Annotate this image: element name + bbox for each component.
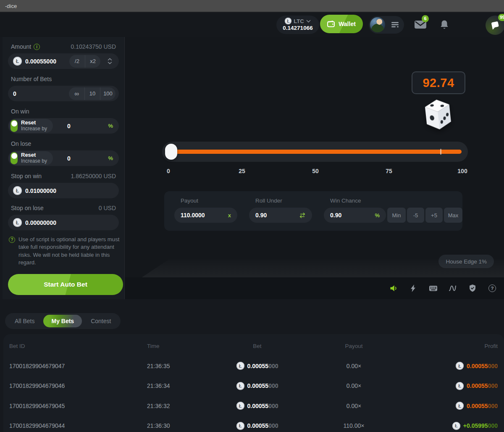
payout-label: Payout — [181, 198, 237, 204]
on-win-mode-toggle[interactable]: Reset Increase by — [9, 119, 53, 133]
bet-id: 17001829904679047 — [9, 363, 147, 369]
preset-100-button[interactable]: 100 — [100, 87, 116, 100]
tab-contest[interactable]: Contest — [83, 315, 119, 327]
notifications-button[interactable] — [440, 20, 449, 31]
bet-payout-multiplier: 0.00× — [346, 403, 361, 409]
question-icon: ? — [9, 237, 15, 243]
roll-result: 92.74 — [423, 76, 454, 90]
stop-on-lose-label: Stop on lose — [11, 205, 44, 211]
wallet-icon — [327, 21, 335, 27]
mail-button[interactable]: 6 — [414, 19, 427, 30]
ltc-coin-icon: Ł — [13, 218, 22, 227]
info-icon[interactable]: i — [34, 44, 40, 50]
bet-payout-multiplier: 0.00× — [346, 363, 361, 369]
on-lose-mode-toggle[interactable]: Reset Increase by — [9, 151, 53, 165]
win-chance-group: Win Chance 0.90 % Min -5 +5 Max — [324, 198, 462, 231]
on-lose-value[interactable]: 0 — [53, 155, 108, 162]
on-win-value[interactable]: 0 — [53, 123, 108, 129]
stop-on-win-input[interactable]: Ł 0.01000000 — [8, 183, 119, 198]
win-chance-value[interactable]: 0.90 — [330, 212, 341, 219]
bet-parameters-panel: Payout 110.0000 x Roll Under 0.90 Win Ch… — [164, 191, 462, 231]
bet-time: 21:36:30 — [147, 422, 212, 429]
floor-shading — [125, 260, 504, 277]
stop-on-win-label: Stop on win — [11, 173, 42, 179]
wallet-button[interactable]: Wallet — [320, 15, 363, 33]
chat-button[interactable]: 99 — [486, 16, 504, 35]
half-bet-button[interactable]: /2 — [69, 55, 85, 68]
ltc-coin-icon: Ł — [456, 382, 464, 390]
table-row[interactable]: 17001829904679044 21:36:30 Ł 0.00055000 … — [9, 416, 498, 432]
ltc-coin-icon: Ł — [285, 18, 291, 24]
win-chance-input[interactable]: 0.90 % — [324, 208, 386, 223]
amount-stepper[interactable] — [102, 55, 117, 68]
stop-on-lose-value[interactable]: 0.00000000 — [25, 219, 117, 226]
profile-menu[interactable] — [369, 16, 404, 34]
max-button[interactable]: Max — [444, 208, 462, 223]
roll-under-value[interactable]: 0.90 — [255, 212, 267, 219]
table-row[interactable]: 17001829904679046 21:36:34 Ł 0.00055000 … — [9, 376, 498, 396]
fairness-icon[interactable] — [468, 284, 477, 292]
mail-badge: 6 — [422, 15, 429, 22]
table-row[interactable]: 17001829904679045 21:36:32 Ł 0.00055000 … — [9, 396, 498, 416]
number-of-bets-value[interactable]: 0 — [13, 90, 69, 97]
wallet-label: Wallet — [339, 21, 356, 27]
toggle-switch[interactable] — [10, 152, 18, 164]
hotkeys-icon[interactable] — [429, 284, 437, 292]
on-lose-label: On lose — [11, 140, 31, 147]
chat-icon — [491, 21, 500, 29]
bet-id: 17001829904679044 — [9, 422, 147, 429]
bets-table: Bet ID Time Bet Payout Profit 1700182990… — [3, 334, 504, 432]
sound-on-icon[interactable] — [389, 284, 398, 292]
slider-scale: 0 25 50 75 100 — [168, 168, 462, 174]
ltc-coin-icon: Ł — [236, 402, 244, 410]
window-titlebar: -dice — [0, 0, 504, 13]
bet-payout-multiplier: 110.00× — [344, 422, 365, 429]
double-bet-button[interactable]: x2 — [85, 55, 100, 68]
bet-profit: Ł +0.05995000 — [452, 422, 498, 430]
avatar[interactable] — [370, 17, 385, 32]
percent-sign: % — [375, 212, 380, 219]
roll-slider — [162, 142, 468, 162]
increase-by-label: Increase by — [21, 126, 47, 132]
amount-usd: 0.10243750 USD — [71, 43, 116, 50]
trends-icon[interactable] — [449, 284, 457, 292]
reset-label: Reset — [21, 120, 47, 126]
number-of-bets-input[interactable]: 0 ∞ 10 100 — [8, 86, 119, 101]
dice-icon — [422, 98, 454, 132]
amount-value[interactable]: 0.00055000 — [25, 58, 69, 65]
stop-on-lose-input[interactable]: Ł 0.00000000 — [8, 215, 119, 230]
swap-icon[interactable] — [299, 213, 306, 218]
bell-icon — [440, 20, 449, 30]
min-button[interactable]: Min — [387, 208, 406, 223]
slider-track[interactable] — [168, 150, 462, 154]
currency-selector[interactable]: Ł LTC 0.14271066 — [276, 16, 319, 34]
preset-10-button[interactable]: 10 — [84, 87, 100, 100]
roll-under-input[interactable]: 0.90 — [249, 208, 312, 223]
slider-handle[interactable] — [165, 144, 177, 160]
currency-code: LTC — [294, 18, 304, 24]
table-row[interactable]: 17001829904679047 21:36:35 Ł 0.00055000 … — [9, 356, 498, 376]
start-auto-bet-button[interactable]: Start Auto Bet — [8, 274, 123, 295]
bet-amount: Ł 0.00055000 — [236, 382, 278, 390]
multiplier-x: x — [228, 212, 231, 219]
payout-input[interactable]: 110.0000 x — [174, 208, 237, 223]
help-icon[interactable]: ? — [488, 284, 496, 292]
preset-infinity-button[interactable]: ∞ — [69, 87, 84, 100]
bet-controls-sidebar: Amount i 0.10243750 USD Ł 0.00055000 /2 … — [3, 37, 124, 299]
bet-payout-multiplier: 0.00× — [346, 382, 361, 389]
quick-bet-icon[interactable] — [409, 284, 417, 292]
minus-5-button[interactable]: -5 — [407, 208, 424, 223]
col-payout: Payout — [345, 343, 362, 349]
tab-my-bets[interactable]: My Bets — [43, 315, 82, 327]
bets-tabs: All Bets My Bets Contest — [5, 313, 121, 329]
tab-all-bets[interactable]: All Bets — [7, 315, 42, 327]
plus-5-button[interactable]: +5 — [425, 208, 443, 223]
percent-sign: % — [108, 155, 113, 161]
amount-input[interactable]: Ł 0.00055000 /2 x2 — [8, 53, 119, 69]
stop-on-win-usd: 1.86250000 USD — [71, 173, 116, 179]
stop-on-win-value[interactable]: 0.01000000 — [25, 187, 117, 194]
payout-value[interactable]: 110.0000 — [181, 212, 205, 219]
tick-100: 100 — [457, 168, 467, 174]
chevron-up-icon — [108, 58, 112, 61]
toggle-switch[interactable] — [10, 120, 18, 132]
